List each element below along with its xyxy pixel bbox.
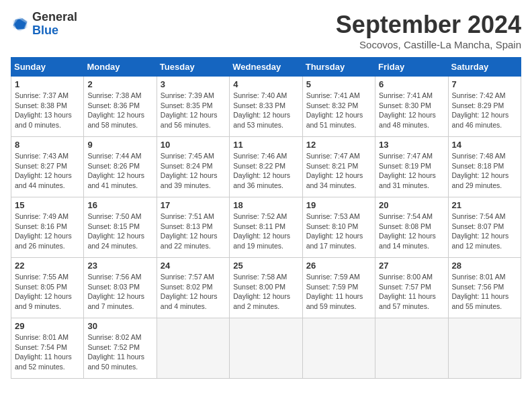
col-sunday: Sunday — [11, 58, 84, 77]
cell-info: Sunrise: 7:54 AMSunset: 8:08 PMDaylight:… — [379, 212, 444, 251]
day-number: 24 — [161, 261, 226, 271]
calendar-cell: 2Sunrise: 7:38 AMSunset: 8:36 PMDaylight… — [84, 77, 157, 137]
calendar-cell: 1Sunrise: 7:37 AMSunset: 8:38 PMDaylight… — [11, 77, 84, 137]
cell-info: Sunrise: 8:01 AMSunset: 7:56 PMDaylight:… — [452, 272, 517, 312]
logo-blue: Blue — [32, 24, 58, 37]
cell-info: Sunrise: 7:42 AMSunset: 8:29 PMDaylight:… — [452, 91, 517, 130]
logo-icon — [11, 15, 30, 34]
calendar-week-row: 15Sunrise: 7:49 AMSunset: 8:16 PMDayligh… — [11, 197, 521, 258]
calendar-cell: 3Sunrise: 7:39 AMSunset: 8:35 PMDaylight… — [157, 77, 229, 137]
calendar-cell: 10Sunrise: 7:45 AMSunset: 8:24 PMDayligh… — [157, 137, 229, 197]
calendar-cell: 17Sunrise: 7:51 AMSunset: 8:13 PMDayligh… — [157, 197, 229, 258]
calendar-cell: 15Sunrise: 7:49 AMSunset: 8:16 PMDayligh… — [11, 197, 84, 258]
cell-info: Sunrise: 7:56 AMSunset: 8:03 PMDaylight:… — [87, 272, 152, 312]
cell-info: Sunrise: 7:55 AMSunset: 8:05 PMDaylight:… — [15, 272, 80, 312]
cell-info: Sunrise: 7:48 AMSunset: 8:18 PMDaylight:… — [452, 151, 517, 191]
day-number: 15 — [15, 200, 80, 210]
calendar-table: Sunday Monday Tuesday Wednesday Thursday… — [11, 57, 521, 379]
calendar-cell: 21Sunrise: 7:54 AMSunset: 8:07 PMDayligh… — [448, 197, 521, 258]
col-wednesday: Wednesday — [230, 58, 302, 77]
day-number: 12 — [306, 140, 371, 150]
calendar-cell: 5Sunrise: 7:41 AMSunset: 8:32 PMDaylight… — [302, 77, 375, 137]
calendar-cell — [375, 318, 448, 379]
logo: General Blue — [11, 11, 77, 38]
logo-text: General Blue — [32, 11, 77, 38]
cell-info: Sunrise: 7:53 AMSunset: 8:10 PMDaylight:… — [306, 212, 371, 251]
calendar-cell: 20Sunrise: 7:54 AMSunset: 8:08 PMDayligh… — [375, 197, 448, 258]
calendar-week-row: 29Sunrise: 8:01 AMSunset: 7:54 PMDayligh… — [11, 318, 521, 379]
day-number: 16 — [87, 200, 152, 210]
calendar-cell: 16Sunrise: 7:50 AMSunset: 8:15 PMDayligh… — [84, 197, 157, 258]
cell-info: Sunrise: 7:58 AMSunset: 8:00 PMDaylight:… — [233, 272, 298, 312]
day-number: 22 — [15, 261, 80, 271]
calendar-cell: 7Sunrise: 7:42 AMSunset: 8:29 PMDaylight… — [448, 77, 521, 137]
calendar-cell: 9Sunrise: 7:44 AMSunset: 8:26 PMDaylight… — [84, 137, 157, 197]
cell-info: Sunrise: 7:44 AMSunset: 8:26 PMDaylight:… — [87, 151, 152, 191]
calendar-cell: 19Sunrise: 7:53 AMSunset: 8:10 PMDayligh… — [302, 197, 375, 258]
cell-info: Sunrise: 7:47 AMSunset: 8:21 PMDaylight:… — [306, 151, 371, 191]
cell-info: Sunrise: 7:49 AMSunset: 8:16 PMDaylight:… — [15, 212, 80, 251]
col-thursday: Thursday — [302, 58, 375, 77]
day-number: 28 — [452, 261, 517, 271]
day-number: 20 — [379, 200, 444, 210]
day-number: 1 — [15, 79, 80, 89]
cell-info: Sunrise: 7:41 AMSunset: 8:32 PMDaylight:… — [306, 91, 371, 130]
day-number: 17 — [161, 200, 226, 210]
location: Socovos, Castille-La Mancha, Spain — [336, 39, 521, 50]
calendar-cell: 8Sunrise: 7:43 AMSunset: 8:27 PMDaylight… — [11, 137, 84, 197]
day-number: 14 — [452, 140, 517, 150]
header-row: Sunday Monday Tuesday Wednesday Thursday… — [11, 58, 521, 77]
day-number: 18 — [233, 200, 298, 210]
cell-info: Sunrise: 7:47 AMSunset: 8:19 PMDaylight:… — [379, 151, 444, 191]
cell-info: Sunrise: 7:41 AMSunset: 8:30 PMDaylight:… — [379, 91, 444, 130]
month-title: September 2024 — [336, 11, 521, 39]
day-number: 7 — [452, 79, 517, 89]
calendar-cell: 25Sunrise: 7:58 AMSunset: 8:00 PMDayligh… — [230, 258, 302, 318]
cell-info: Sunrise: 7:38 AMSunset: 8:36 PMDaylight:… — [87, 91, 152, 130]
cell-info: Sunrise: 7:54 AMSunset: 8:07 PMDaylight:… — [452, 212, 517, 251]
calendar-week-row: 8Sunrise: 7:43 AMSunset: 8:27 PMDaylight… — [11, 137, 521, 197]
cell-info: Sunrise: 7:43 AMSunset: 8:27 PMDaylight:… — [15, 151, 80, 191]
calendar-cell: 4Sunrise: 7:40 AMSunset: 8:33 PMDaylight… — [230, 77, 302, 137]
calendar-cell: 23Sunrise: 7:56 AMSunset: 8:03 PMDayligh… — [84, 258, 157, 318]
calendar-cell — [157, 318, 229, 379]
col-saturday: Saturday — [448, 58, 521, 77]
day-number: 13 — [379, 140, 444, 150]
cell-info: Sunrise: 7:46 AMSunset: 8:22 PMDaylight:… — [233, 151, 298, 191]
calendar-cell: 28Sunrise: 8:01 AMSunset: 7:56 PMDayligh… — [448, 258, 521, 318]
day-number: 25 — [233, 261, 298, 271]
calendar-cell: 27Sunrise: 8:00 AMSunset: 7:57 PMDayligh… — [375, 258, 448, 318]
calendar-cell: 24Sunrise: 7:57 AMSunset: 8:02 PMDayligh… — [157, 258, 229, 318]
day-number: 5 — [306, 79, 371, 89]
cell-info: Sunrise: 7:51 AMSunset: 8:13 PMDaylight:… — [161, 212, 226, 251]
calendar-week-row: 22Sunrise: 7:55 AMSunset: 8:05 PMDayligh… — [11, 258, 521, 318]
calendar-cell — [448, 318, 521, 379]
cell-info: Sunrise: 7:57 AMSunset: 8:02 PMDaylight:… — [161, 272, 226, 312]
calendar-cell: 11Sunrise: 7:46 AMSunset: 8:22 PMDayligh… — [230, 137, 302, 197]
logo-general: General — [32, 10, 77, 24]
day-number: 9 — [87, 140, 152, 150]
cell-info: Sunrise: 7:50 AMSunset: 8:15 PMDaylight:… — [87, 212, 152, 251]
cell-info: Sunrise: 8:02 AMSunset: 7:52 PMDaylight:… — [87, 332, 152, 372]
calendar-cell: 18Sunrise: 7:52 AMSunset: 8:11 PMDayligh… — [230, 197, 302, 258]
col-monday: Monday — [84, 58, 157, 77]
calendar-cell — [230, 318, 302, 379]
calendar-cell: 30Sunrise: 8:02 AMSunset: 7:52 PMDayligh… — [84, 318, 157, 379]
cell-info: Sunrise: 7:52 AMSunset: 8:11 PMDaylight:… — [233, 212, 298, 251]
day-number: 21 — [452, 200, 517, 210]
calendar-week-row: 1Sunrise: 7:37 AMSunset: 8:38 PMDaylight… — [11, 77, 521, 137]
calendar-cell: 6Sunrise: 7:41 AMSunset: 8:30 PMDaylight… — [375, 77, 448, 137]
cell-info: Sunrise: 7:37 AMSunset: 8:38 PMDaylight:… — [15, 91, 80, 130]
title-block: September 2024 Socovos, Castille-La Manc… — [336, 11, 521, 50]
calendar-cell — [302, 318, 375, 379]
day-number: 29 — [15, 321, 80, 331]
page-header: General Blue September 2024 Socovos, Cas… — [11, 11, 521, 50]
day-number: 8 — [15, 140, 80, 150]
cell-info: Sunrise: 7:39 AMSunset: 8:35 PMDaylight:… — [161, 91, 226, 130]
calendar-cell: 13Sunrise: 7:47 AMSunset: 8:19 PMDayligh… — [375, 137, 448, 197]
calendar-cell: 22Sunrise: 7:55 AMSunset: 8:05 PMDayligh… — [11, 258, 84, 318]
cell-info: Sunrise: 8:00 AMSunset: 7:57 PMDaylight:… — [379, 272, 444, 312]
col-friday: Friday — [375, 58, 448, 77]
day-number: 3 — [161, 79, 226, 89]
cell-info: Sunrise: 8:01 AMSunset: 7:54 PMDaylight:… — [15, 332, 80, 372]
